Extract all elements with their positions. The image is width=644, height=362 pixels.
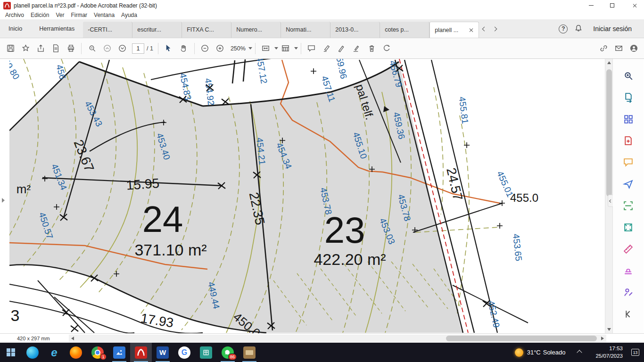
document-tab-8[interactable]: planell ... [429,22,479,38]
document-tab-5[interactable]: Normati... [281,22,330,38]
send-link-icon[interactable] [596,41,611,56]
sidebar-tool-stamp[interactable] [620,263,636,279]
document-tab-4[interactable]: Numero... [231,22,281,38]
document-tab-2[interactable]: escritur... [132,22,182,38]
badge-whatsapp: 86 [228,354,237,360]
maximize-button[interactable] [602,0,623,11]
scroll-down-icon[interactable] [605,326,613,333]
scroll-left-icon[interactable] [69,335,76,342]
zoom-level-value[interactable]: 250% [231,45,246,52]
menu-item-2[interactable]: Edición [27,12,52,18]
taskbar-app-whatsapp[interactable]: 86 [217,343,239,362]
favorite-star-icon[interactable] [18,41,33,56]
scroll-right-icon[interactable] [599,335,606,342]
horizontal-scrollbar[interactable] [69,335,606,342]
document-tab-1[interactable]: -CERTI... [83,22,132,38]
document-tab-7[interactable]: cotes p... [380,22,429,38]
menu-item-4[interactable]: Firmar [67,12,91,18]
display-dropdown-caret-icon[interactable] [294,47,298,49]
page-number-input[interactable]: 1 [132,43,144,54]
next-page-icon[interactable] [115,41,130,56]
taskbar-app-files-box[interactable] [239,343,260,362]
sign-in-button[interactable]: Iniciar sesión [590,20,644,38]
fill-sign-icon[interactable] [349,41,364,56]
taskbar-app-firefox[interactable] [65,343,87,362]
zoom-dropdown-caret-icon[interactable] [248,47,252,49]
parcel-map-canvas[interactable]: 449.80456453.43451.34450.57453.40454.834… [9,59,605,333]
taskbar-app-chrome[interactable]: 1 [87,343,108,362]
zoom-in-icon[interactable] [213,41,228,56]
sidebar-tool-compress-pdf[interactable] [620,219,636,235]
map-annotation: 3 [11,306,20,324]
sidebar-tool-export-pdf[interactable] [620,89,636,105]
menu-item-5[interactable]: Ventana [91,12,118,18]
minimize-button[interactable] [580,0,602,11]
print-icon[interactable] [63,41,78,56]
vertical-scroll-thumb[interactable] [606,69,612,197]
left-panel-expand-icon[interactable] [2,198,5,203]
select-tool-icon[interactable] [161,41,176,56]
action-center-icon[interactable]: 13 [631,349,639,356]
taskbar-app-edge[interactable] [22,343,43,362]
sidebar-tool-collapse-panel[interactable] [620,306,636,322]
sign-pen-icon[interactable] [334,41,349,56]
save-icon[interactable] [3,41,18,56]
email-icon[interactable] [611,41,626,56]
hand-tool-icon[interactable] [176,41,191,56]
start-button[interactable] [0,343,22,362]
share-icon[interactable] [33,41,48,56]
profile-icon[interactable] [626,41,641,56]
tab-scroll-right-icon[interactable] [489,20,500,38]
sidebar-tool-organize-pages[interactable] [620,111,636,127]
rotate-pages-icon[interactable] [380,41,395,56]
document-tab-3[interactable]: FITXA C... [182,22,231,38]
tray-expand-icon[interactable] [577,350,582,355]
tab-close-icon[interactable] [469,28,474,33]
taskbar-app-word[interactable]: W [152,343,173,362]
sidebar-tool-comments[interactable] [620,154,636,170]
search-zoom-icon[interactable] [84,41,99,56]
highlight-icon[interactable] [319,41,334,56]
document-tab-6[interactable]: 2013-0... [330,22,380,38]
sidebar-tool-scan-ocr[interactable] [620,197,636,214]
zoom-out-icon[interactable] [198,41,213,56]
menu-item-1[interactable]: Archivo [2,12,27,18]
fit-dropdown-caret-icon[interactable] [274,47,278,49]
survey-plus-marker [311,68,316,74]
horizontal-scroll-thumb[interactable] [446,336,597,341]
taskbar-app-photos[interactable] [108,343,130,362]
bell-icon[interactable] [574,24,583,34]
fit-width-icon[interactable] [258,41,273,56]
export-file-icon[interactable] [48,41,63,56]
help-icon[interactable]: ? [559,25,568,33]
tab-herramientas[interactable]: Herramientas [31,20,83,38]
pdf-page[interactable]: 449.80456453.43451.34450.57453.40454.834… [9,59,605,333]
delete-pages-icon[interactable] [364,41,380,56]
taskbar-app-google[interactable]: G [173,343,195,362]
document-tab-label: cotes p... [385,26,409,33]
previous-page-icon[interactable] [99,41,115,56]
badge-chrome: 1 [100,354,107,360]
menu-item-3[interactable]: Ver [52,12,67,18]
comment-icon[interactable] [304,41,319,56]
weather-widget[interactable]: 31°C Soleado [515,348,566,357]
close-button[interactable] [623,0,644,11]
sidebar-tool-measure[interactable] [620,241,636,257]
menu-item-6[interactable]: Ayuda [118,12,140,18]
sidebar-tool-send-for-signature[interactable] [620,176,636,192]
page-display-icon[interactable] [278,41,293,56]
taskbar-app-acrobat-reader[interactable] [130,343,152,362]
taskbar-clock[interactable]: 17:53 25/07/2023 [595,345,623,360]
sidebar-collapse-handle[interactable] [608,195,613,207]
tab-inicio[interactable]: Inicio [0,20,31,38]
map-annotation: 24.57 [444,166,465,202]
scroll-up-icon[interactable] [605,59,613,66]
survey-x-marker [71,325,78,332]
taskbar-app-internet-explorer[interactable]: e [43,343,65,362]
sidebar-tool-search[interactable] [620,67,636,83]
taskbar-app-sheets[interactable] [195,343,217,362]
sidebar-tool-create-pdf[interactable] [620,132,636,148]
elevation-label: 454.92 [203,78,216,106]
tab-scroll-left-icon[interactable] [479,20,489,38]
sidebar-tool-certificates[interactable] [620,284,636,300]
